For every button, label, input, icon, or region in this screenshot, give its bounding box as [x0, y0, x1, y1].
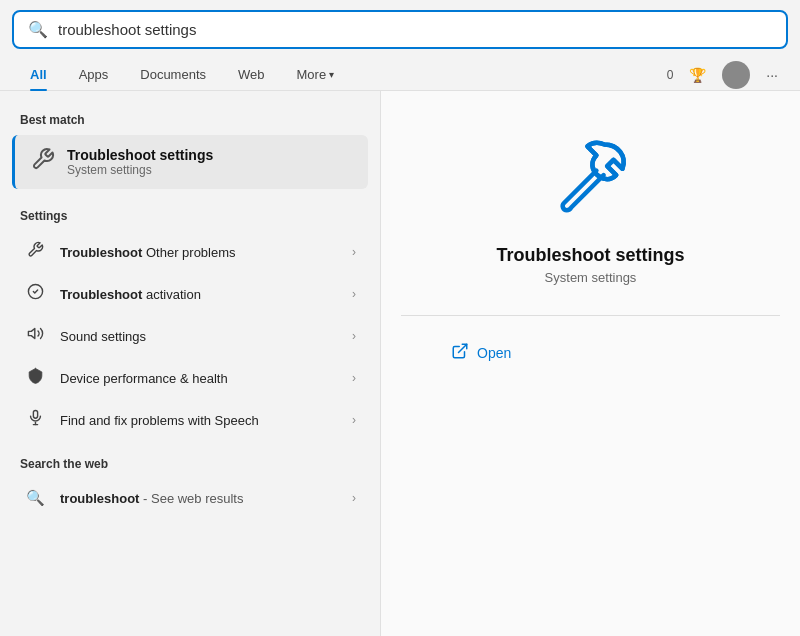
mic-icon	[24, 409, 46, 431]
search-icon: 🔍	[28, 20, 48, 39]
svg-line-5	[459, 344, 467, 352]
list-item[interactable]: Find and fix problems with Speech ›	[4, 399, 376, 441]
main-content: Best match Troubleshoot settings System …	[0, 91, 800, 636]
web-search-item[interactable]: 🔍 troubleshoot - See web results ›	[4, 479, 376, 517]
wrench-icon	[31, 147, 55, 177]
app-title: Troubleshoot settings	[496, 245, 684, 266]
list-item-label: Find and fix problems with Speech	[60, 413, 338, 428]
best-match-item[interactable]: Troubleshoot settings System settings	[12, 135, 368, 189]
best-match-title: Troubleshoot settings	[67, 147, 213, 163]
circle-check-icon	[24, 283, 46, 305]
app-icon-large	[546, 131, 636, 225]
chevron-down-icon: ▾	[329, 69, 334, 80]
right-panel-inner: Troubleshoot settings System settings Op…	[401, 131, 780, 370]
web-search-label-text: troubleshoot - See web results	[60, 491, 338, 506]
best-match-subtitle: System settings	[67, 163, 213, 177]
ellipsis-icon: ···	[766, 67, 778, 83]
search-input[interactable]	[58, 21, 772, 38]
tab-more-label: More	[297, 67, 327, 82]
trophy-icon: 🏆	[689, 67, 706, 83]
list-item[interactable]: Device performance & health ›	[4, 357, 376, 399]
list-item-label: Troubleshoot activation	[60, 287, 338, 302]
left-panel: Best match Troubleshoot settings System …	[0, 91, 380, 636]
tab-bar-right: 0 🏆 ···	[667, 61, 784, 89]
search-bar: 🔍	[12, 10, 788, 49]
best-match-label: Best match	[0, 107, 380, 135]
list-item-label: Device performance & health	[60, 371, 338, 386]
chevron-right-icon: ›	[352, 245, 356, 259]
trophy-icon-button[interactable]: 🏆	[683, 63, 712, 87]
shield-icon	[24, 367, 46, 389]
tab-more[interactable]: More ▾	[283, 59, 349, 90]
chevron-right-icon: ›	[352, 371, 356, 385]
chevron-right-icon: ›	[352, 287, 356, 301]
more-options-button[interactable]: ···	[760, 63, 784, 87]
open-link-icon	[451, 342, 469, 364]
svg-marker-1	[28, 329, 34, 339]
list-item[interactable]: Troubleshoot activation ›	[4, 273, 376, 315]
tab-all[interactable]: All	[16, 59, 61, 90]
app-subtitle: System settings	[545, 270, 637, 285]
chevron-right-icon: ›	[352, 413, 356, 427]
best-match-text: Troubleshoot settings System settings	[67, 147, 213, 177]
settings-label: Settings	[0, 203, 380, 231]
web-search-label: Search the web	[0, 451, 380, 479]
list-item[interactable]: Sound settings ›	[4, 315, 376, 357]
chevron-right-icon: ›	[352, 329, 356, 343]
tab-web[interactable]: Web	[224, 59, 279, 90]
divider	[401, 315, 780, 316]
list-item-label: Troubleshoot Other problems	[60, 245, 338, 260]
avatar[interactable]	[722, 61, 750, 89]
list-item[interactable]: Troubleshoot Other problems ›	[4, 231, 376, 273]
wrench-small-icon	[24, 241, 46, 263]
svg-rect-2	[33, 410, 37, 418]
tab-bar: All Apps Documents Web More ▾ 0 🏆 ···	[0, 59, 800, 91]
tab-apps[interactable]: Apps	[65, 59, 123, 90]
open-button[interactable]: Open	[441, 336, 521, 370]
volume-icon	[24, 325, 46, 347]
list-item-label: Sound settings	[60, 329, 338, 344]
search-web-icon: 🔍	[24, 489, 46, 507]
right-panel: Troubleshoot settings System settings Op…	[380, 91, 800, 636]
tab-documents[interactable]: Documents	[126, 59, 220, 90]
score-badge: 0	[667, 68, 674, 82]
open-label: Open	[477, 345, 511, 361]
chevron-right-icon: ›	[352, 491, 356, 505]
